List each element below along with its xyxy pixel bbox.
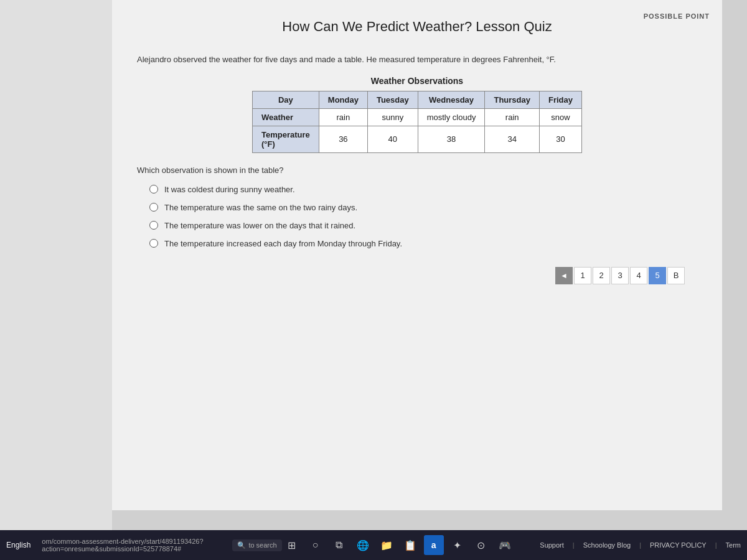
main-content: POSSIBLE POINT How Can We Predict Weathe… [112, 0, 722, 510]
taskbar-language: English [6, 541, 31, 549]
option-3-text: The temperature was lower on the days th… [164, 221, 355, 230]
table-row-temperature: Temperature(°F) 36 40 38 34 30 [253, 126, 582, 152]
table-row-weather: Weather rain sunny mostly cloudy rain sn… [253, 108, 582, 126]
taskbar-search-area: 🔍 to search [232, 539, 281, 551]
option-4-text: The temperature increased each day from … [164, 239, 402, 248]
cell-weather-tuesday: sunny [367, 108, 418, 126]
cell-temp-thursday: 34 [485, 126, 540, 152]
option-2-text: The temperature was the same on the two … [164, 203, 357, 212]
footer-link-terms[interactable]: Term [726, 541, 741, 549]
pagination-next[interactable]: B [667, 267, 685, 284]
pagination-page-3[interactable]: 3 [611, 267, 629, 284]
col-header-monday: Monday [319, 91, 367, 108]
taskbar-url: om/common-assessment-delivery/start/4891… [42, 538, 232, 553]
pagination-page-2[interactable]: 2 [593, 267, 610, 284]
taskbar-left: English om/common-assessment-delivery/st… [6, 538, 232, 553]
taskbar-icon-search[interactable]: ○ [306, 535, 326, 555]
weather-table: Day Monday Tuesday Wednesday Thursday Fr… [252, 91, 582, 153]
pagination-page-4[interactable]: 4 [630, 267, 647, 284]
pagination-page-1[interactable]: 1 [574, 267, 591, 284]
cell-temp-tuesday: 40 [367, 126, 418, 152]
row-label-weather: Weather [253, 108, 319, 126]
cell-weather-thursday: rain [485, 108, 540, 126]
taskbar-icon-taskview[interactable]: ⧉ [329, 535, 349, 555]
radio-option-2[interactable] [149, 203, 158, 212]
cell-weather-wednesday: mostly cloudy [418, 108, 485, 126]
col-header-thursday: Thursday [485, 91, 540, 108]
taskbar-icon-star[interactable]: ✦ [448, 535, 467, 555]
footer-link-privacy[interactable]: PRIVACY POLICY [650, 541, 707, 549]
table-title: Weather Observations [137, 76, 697, 86]
radio-option-4[interactable] [149, 239, 158, 248]
taskbar-icon-folder[interactable]: 📁 [377, 535, 397, 555]
answer-option-4[interactable]: The temperature increased each day from … [149, 239, 697, 248]
row-label-temperature: Temperature(°F) [253, 126, 319, 152]
radio-option-1[interactable] [149, 185, 158, 194]
footer-link-support[interactable]: Support [540, 541, 564, 549]
col-header-friday: Friday [539, 91, 581, 108]
col-header-wednesday: Wednesday [418, 91, 485, 108]
taskbar-icon-game[interactable]: 🎮 [495, 535, 515, 555]
pagination-prev[interactable]: ◄ [555, 267, 573, 284]
col-header-tuesday: Tuesday [367, 91, 418, 108]
possible-points-label: POSSIBLE POINT [644, 12, 710, 20]
cell-temp-friday: 30 [539, 126, 581, 152]
taskbar-center-icons: ⊞ ○ ⧉ 🌐 📁 📋 a ✦ ⊙ 🎮 [282, 535, 515, 555]
left-sidebar [0, 0, 112, 530]
cell-weather-friday: snow [539, 108, 581, 126]
taskbar-icon-a[interactable]: a [424, 535, 444, 555]
pagination-page-5[interactable]: 5 [649, 267, 666, 284]
col-header-day: Day [253, 91, 319, 108]
taskbar-icon-windows[interactable]: ⊞ [282, 535, 302, 555]
option-1-text: It was coldest during sunny weather. [164, 185, 295, 194]
cell-temp-wednesday: 38 [418, 126, 485, 152]
answer-option-2[interactable]: The temperature was the same on the two … [149, 203, 697, 212]
observation-question: Which observation is shown in the table? [137, 166, 697, 175]
answer-option-1[interactable]: It was coldest during sunny weather. [149, 185, 697, 194]
cell-temp-monday: 36 [319, 126, 367, 152]
radio-option-3[interactable] [149, 221, 158, 230]
answer-options-list: It was coldest during sunny weather. The… [149, 185, 697, 248]
taskbar-icon-browser[interactable]: 🌐 [353, 535, 373, 555]
search-icon: 🔍 [237, 541, 246, 549]
page-title: How Can We Predict Weather? Lesson Quiz [137, 19, 697, 35]
answer-option-3[interactable]: The temperature was lower on the days th… [149, 221, 697, 230]
question-intro: Alejandro observed the weather for five … [137, 54, 697, 66]
taskbar-icon-app[interactable]: 📋 [400, 535, 420, 555]
taskbar-icon-circle[interactable]: ⊙ [471, 535, 491, 555]
taskbar-right-links: Support | Schoology Blog | PRIVACY POLIC… [515, 541, 741, 549]
cell-weather-monday: rain [319, 108, 367, 126]
pagination: ◄ 1 2 3 4 5 B [137, 267, 697, 284]
search-label: to search [248, 541, 276, 549]
footer-link-schoology[interactable]: Schoology Blog [583, 541, 631, 549]
taskbar: English om/common-assessment-delivery/st… [0, 530, 747, 560]
